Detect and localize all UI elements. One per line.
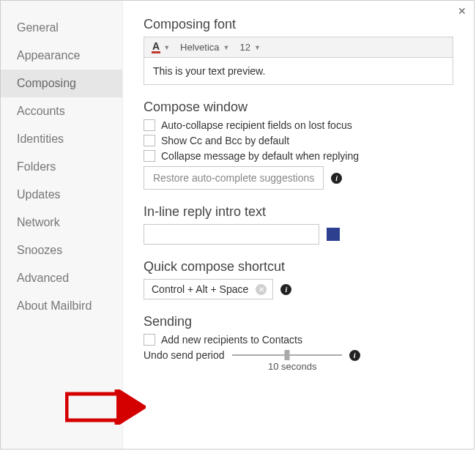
composing-font-section: Composing font A ▼ Helvetica ▼ 12 ▼ [144,17,453,85]
sidebar-item-general[interactable]: General [1,14,122,42]
quick-compose-section: Quick compose shortcut Control + Alt + S… [144,259,453,299]
info-icon[interactable]: i [331,173,342,184]
checkbox[interactable] [144,334,155,346]
close-icon[interactable]: ✕ [458,5,466,17]
quick-compose-title: Quick compose shortcut [144,259,453,275]
sidebar-item-updates[interactable]: Updates [1,181,122,209]
opt-show-cc-bcc: Show Cc and Bcc by default [144,135,453,146]
inline-reply-color-swatch[interactable] [327,228,340,241]
inline-reply-title: In-line reply intro text [144,204,453,220]
inline-reply-section: In-line reply intro text [144,204,453,245]
chevron-down-icon: ▼ [223,44,230,51]
font-family-dropdown[interactable]: Helvetica ▼ [180,42,229,53]
sidebar-item-appearance[interactable]: Appearance [1,42,122,70]
settings-content: Composing font A ▼ Helvetica ▼ 12 ▼ [123,1,474,449]
checkbox-label: Collapse message by default when replyin… [161,150,359,162]
chevron-down-icon: ▼ [163,44,170,51]
undo-send-slider[interactable] [232,350,342,360]
font-box: A ▼ Helvetica ▼ 12 ▼ This is your text p… [144,37,453,85]
checkbox-label: Add new recipients to Contacts [161,334,302,346]
sidebar-item-about[interactable]: About Mailbird [1,292,122,320]
undo-send-row: Undo send period i [144,349,453,361]
font-size-value: 12 [239,42,250,53]
sidebar-item-advanced[interactable]: Advanced [1,264,122,292]
undo-send-value: 10 seconds [268,361,453,372]
sending-title: Sending [144,314,453,329]
font-size-dropdown[interactable]: 12 ▼ [239,42,260,53]
font-color-dropdown[interactable]: A ▼ [152,41,170,53]
info-icon[interactable]: i [280,284,291,295]
font-toolbar: A ▼ Helvetica ▼ 12 ▼ [144,37,453,58]
clear-shortcut-icon[interactable]: ✕ [256,284,267,295]
sidebar-item-folders[interactable]: Folders [1,153,122,181]
checkbox[interactable] [144,135,155,146]
compose-window-title: Compose window [144,100,453,115]
checkbox[interactable] [144,150,155,162]
chevron-down-icon: ▼ [254,44,261,51]
shortcut-field[interactable]: Control + Alt + Space ✕ [144,279,273,299]
restore-autocomplete-button[interactable]: Restore auto-complete suggestions [144,166,324,190]
sidebar-item-identities[interactable]: Identities [1,125,122,153]
font-preview-text: This is your text preview. [144,58,453,84]
compose-window-section: Compose window Auto-collapse recipient f… [144,100,453,190]
sidebar-item-snoozes[interactable]: Snoozes [1,236,122,264]
settings-sidebar: General Appearance Composing Accounts Id… [1,1,123,449]
checkbox[interactable] [144,119,155,131]
opt-add-recipients: Add new recipients to Contacts [144,334,453,346]
settings-window: ✕ General Appearance Composing Accounts … [0,0,475,450]
font-color-icon: A [152,41,160,53]
opt-auto-collapse: Auto-collapse recipient fields on lost f… [144,119,453,131]
undo-send-label: Undo send period [144,349,225,361]
font-family-value: Helvetica [180,42,219,53]
sending-section: Sending Add new recipients to Contacts U… [144,314,453,372]
shortcut-value: Control + Alt + Space [152,283,248,295]
composing-font-title: Composing font [144,17,453,32]
sidebar-item-accounts[interactable]: Accounts [1,97,122,125]
sidebar-item-composing[interactable]: Composing [1,70,122,97]
checkbox-label: Auto-collapse recipient fields on lost f… [161,119,352,131]
checkbox-label: Show Cc and Bcc by default [161,135,289,146]
sidebar-item-network[interactable]: Network [1,209,122,236]
info-icon[interactable]: i [349,350,360,361]
slider-thumb[interactable] [284,350,289,360]
opt-collapse-reply: Collapse message by default when replyin… [144,150,453,162]
inline-reply-input[interactable] [144,224,319,245]
